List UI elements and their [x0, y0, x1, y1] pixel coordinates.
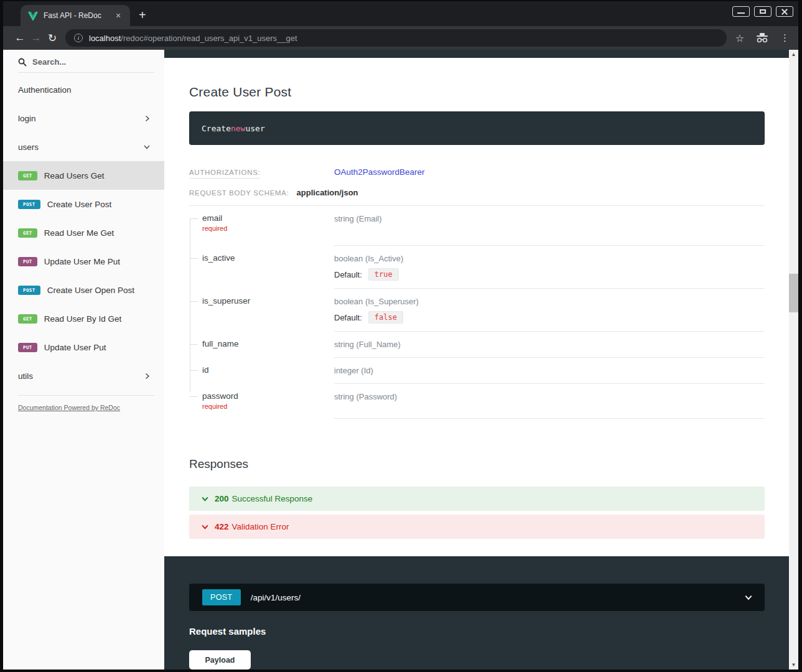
browser-tab[interactable]: Fast API - ReDoc × — [21, 5, 130, 26]
schema-fields-table: email required string (Email) is_active — [189, 206, 765, 419]
post-method-badge: POST — [18, 200, 40, 209]
field-name: password — [202, 391, 334, 401]
response-code: 200 — [215, 494, 229, 503]
window-maximize-button[interactable] — [754, 6, 772, 17]
content-type-value: application/json — [297, 188, 358, 197]
response-200-panel[interactable]: 200 Successful Response — [189, 487, 765, 511]
get-method-badge: GET — [18, 314, 37, 324]
field-name: id — [202, 365, 334, 375]
new-tab-button[interactable]: + — [139, 8, 146, 22]
fastapi-favicon-icon — [28, 11, 38, 21]
field-name: full_name — [202, 339, 334, 348]
response-422-panel[interactable]: 422 Validation Error — [189, 515, 765, 539]
search-input[interactable] — [32, 57, 132, 67]
field-type: integer (Id) — [334, 366, 765, 375]
field-row-id: id integer (Id) — [189, 358, 765, 384]
tab-title: Fast API - ReDoc — [44, 11, 113, 20]
put-method-badge: PUT — [18, 343, 37, 352]
sidebar-item-read-user-me-get[interactable]: GET Read User Me Get — [3, 218, 164, 247]
chevron-right-icon — [144, 115, 151, 122]
field-row-is-superuser: is_superuser boolean (Is_Superuser) Defa… — [189, 289, 765, 332]
sidebar-item-read-user-by-id-get[interactable]: GET Read User By Id Get — [3, 304, 164, 333]
required-label: required — [202, 225, 334, 232]
authorizations-row: AUTHORIZATIONS: OAuth2PasswordBearer — [189, 166, 765, 177]
sidebar-search[interactable] — [18, 57, 154, 73]
sidebar-item-utils[interactable]: utils — [3, 362, 164, 390]
chevron-down-icon — [201, 523, 209, 531]
doc-main: Create User Post Create new user AUTHORI… — [164, 50, 789, 670]
reload-button[interactable]: ↻ — [44, 32, 60, 45]
bookmark-star-icon[interactable]: ☆ — [735, 32, 744, 44]
browser-menu-icon[interactable]: ⋮ — [780, 32, 790, 44]
post-method-chip: POST — [202, 589, 241, 605]
default-value-chip: false — [368, 311, 403, 324]
field-row-full-name: full_name string (Full_Name) — [189, 332, 765, 358]
field-type: string (Email) — [334, 214, 765, 223]
field-type: boolean (Is_Active) — [334, 254, 765, 263]
sidebar-item-update-user-me-put[interactable]: PUT Update User Me Put — [3, 247, 164, 276]
redoc-sidebar: Authentication login users — [3, 50, 164, 670]
response-code: 422 — [215, 522, 229, 531]
url-host: localhost — [89, 34, 121, 43]
put-method-badge: PUT — [18, 257, 37, 266]
tab-strip: Fast API - ReDoc × + — [3, 1, 798, 26]
chevron-down-icon — [744, 593, 753, 602]
scroll-down-arrow-icon[interactable]: ▼ — [789, 660, 798, 670]
chevron-down-icon — [201, 495, 209, 503]
sidebar-item-create-user-post[interactable]: POST Create User Post — [3, 190, 164, 218]
field-type: string (Password) — [334, 392, 765, 401]
previous-section-dark-strip — [164, 50, 789, 58]
response-label: Validation Error — [232, 522, 289, 531]
sidebar-item-update-user-put[interactable]: PUT Update User Put — [3, 333, 164, 362]
search-icon — [18, 58, 27, 67]
default-label: Default: — [334, 313, 362, 322]
site-info-icon[interactable]: i — [74, 34, 83, 42]
get-method-badge: GET — [18, 171, 37, 180]
browser-scrollbar[interactable]: ▲ ▼ — [789, 50, 798, 670]
default-value-chip: true — [368, 268, 399, 281]
chevron-down-icon — [143, 143, 151, 151]
incognito-icon[interactable] — [755, 33, 769, 43]
oauth2-link[interactable]: OAuth2PasswordBearer — [334, 167, 425, 177]
operation-description-code: Create new user — [189, 111, 765, 145]
window-close-button[interactable] — [776, 6, 793, 17]
scrollbar-thumb[interactable] — [789, 274, 798, 312]
url-bar[interactable]: i localhost/redoc#operation/read_users_a… — [65, 29, 727, 47]
required-label: required — [202, 403, 334, 410]
payload-tab[interactable]: Payload — [189, 650, 251, 670]
post-method-badge: POST — [18, 286, 40, 295]
endpoint-dropdown[interactable]: POST /api/v1/users/ — [189, 584, 765, 611]
field-row-email: email required string (Email) — [189, 206, 765, 246]
authorizations-label: AUTHORIZATIONS: — [189, 169, 260, 179]
default-label: Default: — [334, 270, 362, 279]
browser-window: Fast API - ReDoc × + ← → ↻ i localhost/r… — [0, 0, 802, 672]
forward-button[interactable]: → — [28, 32, 44, 44]
get-method-badge: GET — [18, 228, 37, 238]
field-name: is_active — [202, 253, 334, 263]
sidebar-item-login[interactable]: login — [3, 104, 164, 133]
field-name: email — [202, 213, 334, 223]
sidebar-item-users[interactable]: users — [3, 133, 164, 161]
request-samples-title: Request samples — [189, 626, 789, 637]
chevron-right-icon — [144, 373, 151, 380]
sidebar-divider — [18, 395, 154, 396]
tab-close-icon[interactable]: × — [113, 11, 124, 21]
field-row-password: password required string (Password) — [189, 384, 765, 419]
sidebar-item-read-users-get[interactable]: GET Read Users Get — [3, 161, 164, 190]
scroll-up-arrow-icon[interactable]: ▲ — [789, 50, 798, 59]
redoc-footer-link[interactable]: Documentation Powered by ReDoc — [18, 404, 120, 411]
field-name: is_superuser — [202, 296, 334, 306]
field-type: boolean (Is_Superuser) — [334, 297, 765, 306]
endpoint-path: /api/v1/users/ — [251, 593, 301, 602]
responses-heading: Responses — [189, 457, 765, 471]
sidebar-item-create-user-open-post[interactable]: POST Create User Open Post — [3, 276, 164, 304]
browser-toolbar: ← → ↻ i localhost/redoc#operation/read_u… — [3, 26, 798, 50]
request-samples-section: POST /api/v1/users/ Request samples Payl… — [164, 556, 789, 670]
field-type: string (Full_Name) — [334, 340, 765, 349]
back-button[interactable]: ← — [12, 32, 28, 44]
request-body-schema-row: REQUEST BODY SCHEMA: application/json — [189, 188, 765, 197]
field-row-is-active: is_active boolean (Is_Active) Default: t… — [189, 246, 765, 289]
sidebar-item-authentication[interactable]: Authentication — [3, 75, 164, 104]
url-path: /redoc#operation/read_users_api_v1_users… — [121, 34, 297, 43]
window-minimize-button[interactable] — [732, 6, 750, 17]
